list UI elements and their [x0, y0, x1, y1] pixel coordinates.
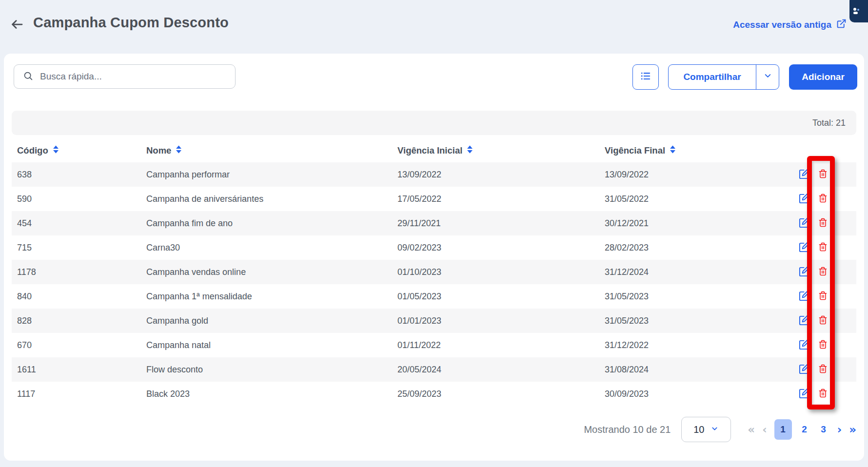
cell-codigo: 1178: [17, 267, 146, 277]
sort-icon: [467, 145, 473, 156]
table-row: 1611 Flow desconto 20/05/2024 31/08/2024: [12, 357, 856, 382]
edit-icon: [799, 217, 810, 230]
back-button[interactable]: [8, 16, 26, 34]
edit-button[interactable]: [799, 314, 810, 327]
cell-vigencia-final: 31/05/2022: [605, 194, 799, 204]
cell-codigo: 840: [17, 292, 146, 302]
delete-button[interactable]: [818, 266, 828, 278]
first-page-button[interactable]: «: [748, 424, 755, 435]
corner-widget[interactable]: [849, 0, 868, 22]
list-view-button[interactable]: [632, 64, 659, 90]
page-title: Campanha Cupom Desconto: [33, 15, 229, 31]
edit-button[interactable]: [799, 339, 810, 351]
arrow-left-icon: [10, 17, 24, 33]
table-body: 638 Campanha performar 13/09/2022 13/09/…: [12, 162, 856, 406]
total-count: Total: 21: [812, 118, 846, 128]
table-row: 590 Campanha de aniversáriantes 17/05/20…: [12, 187, 856, 211]
cell-vigencia-final: 31/08/2024: [605, 365, 799, 375]
column-header-nome[interactable]: Nome: [146, 145, 182, 156]
trash-icon: [818, 242, 828, 253]
edit-button[interactable]: [799, 193, 810, 205]
edit-button[interactable]: [799, 363, 810, 376]
edit-button[interactable]: [799, 241, 810, 254]
edit-icon: [799, 339, 810, 351]
pagination-bar: Mostrando 10 de 21 10 « ‹ 1 2 3 › »: [4, 417, 856, 442]
cell-vigencia-inicial: 01/05/2023: [397, 292, 605, 302]
trash-icon: [818, 291, 828, 302]
prev-page-button[interactable]: ‹: [762, 424, 767, 435]
delete-button[interactable]: [818, 388, 828, 400]
trash-icon: [818, 193, 828, 205]
trash-icon: [818, 388, 828, 400]
share-dropdown-button[interactable]: [756, 65, 779, 89]
sort-icon: [53, 145, 59, 156]
cell-vigencia-inicial: 01/11/2022: [397, 340, 605, 350]
edit-button[interactable]: [799, 217, 810, 230]
search-input[interactable]: [40, 71, 226, 82]
content-card: Compartilhar Adicionar Total: 21 Código …: [4, 54, 864, 461]
delete-button[interactable]: [818, 217, 828, 229]
column-header-vigencia-inicial[interactable]: Vigência Inicial: [397, 145, 473, 156]
cell-nome: Campanha performar: [146, 170, 397, 180]
table-header: Código Nome Vigência Inicial Vigência Fi…: [12, 139, 856, 162]
sort-icon: [176, 145, 182, 156]
edit-icon: [799, 363, 810, 376]
cell-vigencia-inicial: 01/10/2023: [397, 267, 605, 277]
external-link-icon: [836, 19, 847, 31]
cell-codigo: 454: [17, 218, 146, 229]
last-page-button[interactable]: »: [849, 424, 856, 435]
cell-codigo: 1117: [17, 389, 146, 399]
cell-vigencia-inicial: 09/02/2023: [397, 243, 605, 253]
cell-nome: Campanha natal: [146, 340, 397, 350]
delete-button[interactable]: [818, 364, 828, 375]
edit-icon: [799, 290, 810, 303]
trash-icon: [818, 364, 828, 375]
column-header-vigencia-final[interactable]: Vigência Final: [605, 145, 676, 156]
trash-icon: [818, 169, 828, 180]
delete-button[interactable]: [818, 339, 828, 351]
page-size-select[interactable]: 10: [681, 417, 731, 442]
cell-vigencia-final: 30/12/2021: [605, 218, 799, 229]
pagination-page[interactable]: 1: [774, 419, 792, 440]
share-button-label: Compartilhar: [683, 72, 741, 82]
cell-vigencia-inicial: 20/05/2024: [397, 365, 605, 375]
cell-vigencia-inicial: 01/01/2023: [397, 316, 605, 326]
cell-codigo: 715: [17, 243, 146, 253]
delete-button[interactable]: [818, 315, 828, 327]
next-page-button[interactable]: ›: [837, 424, 842, 435]
total-bar: Total: 21: [12, 111, 856, 135]
delete-button[interactable]: [818, 291, 828, 302]
legacy-version-link[interactable]: Acessar versão antiga: [733, 19, 847, 31]
trash-icon: [818, 266, 828, 278]
edit-icon: [799, 193, 810, 205]
cell-vigencia-inicial: 13/09/2022: [397, 170, 605, 180]
delete-button[interactable]: [818, 242, 828, 253]
column-header-codigo[interactable]: Código: [17, 145, 59, 156]
cell-codigo: 638: [17, 170, 146, 180]
cell-nome: Black 2023: [146, 389, 397, 399]
table-row: 638 Campanha performar 13/09/2022 13/09/…: [12, 162, 856, 187]
pagination-page[interactable]: 2: [798, 419, 811, 440]
widget-icon: [852, 7, 860, 18]
edit-button[interactable]: [799, 168, 810, 181]
add-button[interactable]: Adicionar: [789, 64, 857, 90]
share-button[interactable]: Compartilhar: [669, 65, 756, 89]
table-row: 1117 Black 2023 25/09/2023 30/09/2023: [12, 382, 856, 406]
cell-nome: Carna30: [146, 243, 397, 253]
edit-button[interactable]: [799, 266, 810, 278]
cell-nome: Campanha de aniversáriantes: [146, 194, 397, 204]
delete-button[interactable]: [818, 193, 828, 205]
cell-vigencia-final: 31/12/2024: [605, 267, 799, 277]
cell-nome: Flow desconto: [146, 365, 397, 375]
cell-nome: Campanha 1ª mensalidade: [146, 292, 397, 302]
trash-icon: [818, 217, 828, 229]
edit-button[interactable]: [799, 290, 810, 303]
trash-icon: [818, 315, 828, 327]
pagination-page[interactable]: 3: [817, 419, 830, 440]
showing-label: Mostrando 10 de 21: [584, 424, 671, 435]
delete-button[interactable]: [818, 169, 828, 180]
edit-icon: [799, 168, 810, 181]
list-icon: [639, 70, 652, 85]
edit-button[interactable]: [799, 388, 810, 400]
cell-codigo: 670: [17, 340, 146, 350]
